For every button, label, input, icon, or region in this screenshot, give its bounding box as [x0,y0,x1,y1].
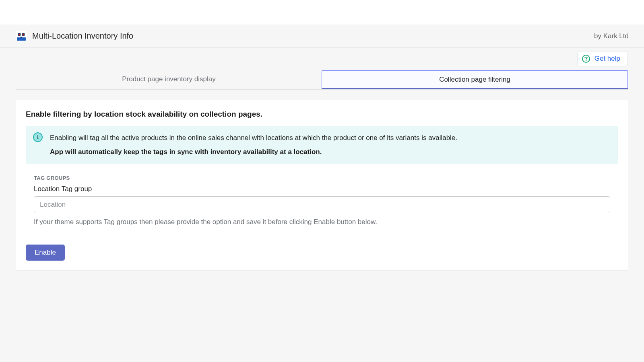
location-tag-group-input[interactable] [34,196,610,213]
settings-card: Enable filtering by location stock avail… [16,100,628,270]
get-help-button[interactable]: Get help [577,51,628,66]
app-bar: Multi-Location Inventory Info by Kark Lt… [0,25,644,48]
banner-line-1: Enabling will tag all the active product… [50,132,457,143]
svg-rect-7 [21,37,22,38]
tag-groups-section: TAG GROUPS Location Tag group If your th… [26,175,618,226]
tab-product-page[interactable]: Product page inventory display [16,70,322,89]
app-logo-icon [16,31,27,41]
info-icon: i [33,132,43,142]
actions: Enable [26,245,618,261]
app-vendor: by Kark Ltd [594,32,629,40]
tab-collection-filtering[interactable]: Collection page filtering [322,70,628,89]
banner-text: Enabling will tag all the active product… [50,132,457,157]
section-eyebrow: TAG GROUPS [34,175,610,181]
app-bar-left: Multi-Location Inventory Info [16,31,133,41]
banner-line-2: App will automatically keep the tags in … [50,146,457,157]
get-help-label: Get help [594,55,620,63]
field-label: Location Tag group [34,185,610,193]
content-area: Get help Product page inventory display … [0,48,644,362]
app-title: Multi-Location Inventory Info [32,31,133,41]
card-title: Enable filtering by location stock avail… [26,110,618,119]
field-help: If your theme supports Tag groups then p… [34,218,610,226]
help-row: Get help [16,48,628,70]
top-gap [0,0,644,25]
tabs: Product page inventory display Collectio… [16,70,628,90]
help-icon [582,54,590,63]
enable-button[interactable]: Enable [26,245,65,261]
info-banner: i Enabling will tag all the active produ… [26,126,618,164]
svg-point-9 [586,60,586,61]
